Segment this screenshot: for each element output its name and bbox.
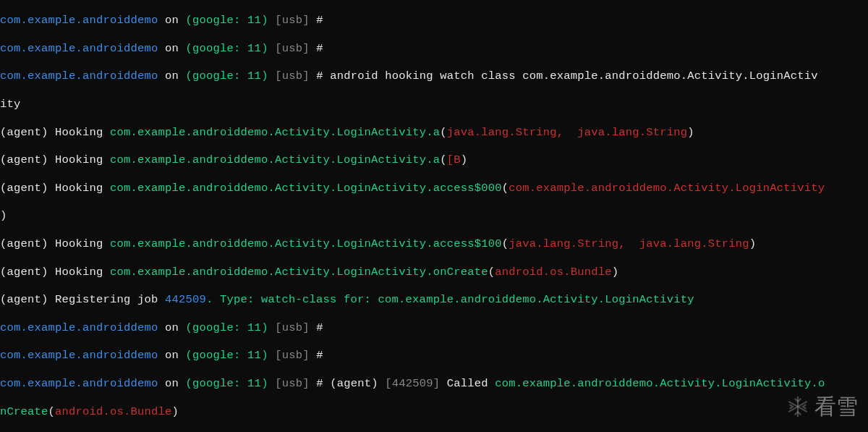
register-post: . Type: watch-class for: com.example.and… bbox=[206, 293, 694, 306]
params: [B bbox=[447, 153, 461, 166]
hook-line: (agent) Hooking com.example.androiddemo.… bbox=[0, 237, 868, 251]
platform-open: (google: bbox=[186, 14, 248, 27]
hook-line: (agent) Hooking com.example.androiddemo.… bbox=[0, 126, 868, 140]
platform-close: ) bbox=[261, 14, 268, 27]
register-pre: Registering job bbox=[55, 293, 165, 306]
job-id: 442509 bbox=[165, 293, 206, 306]
called-wrap: nCreate(android.os.Bundle) bbox=[0, 405, 868, 419]
method-a: .a bbox=[426, 126, 440, 139]
prompt-line: com.example.androiddemo on (google: 11) … bbox=[0, 14, 868, 27]
app-name: com.example.androiddemo bbox=[0, 14, 158, 27]
hooking-label: Hooking bbox=[55, 126, 103, 139]
agent-tag: (agent) bbox=[0, 126, 48, 139]
called-label: Called bbox=[447, 377, 488, 390]
hook-line: (agent) Hooking com.example.androiddemo.… bbox=[0, 153, 868, 167]
hook-line: (agent) Hooking com.example.androiddemo.… bbox=[0, 266, 868, 279]
trail-o: .o bbox=[811, 377, 825, 390]
usb-label: [usb] bbox=[275, 14, 310, 27]
hook-wrap: ) bbox=[0, 209, 868, 223]
register-line: (agent) Registering job 442509. Type: wa… bbox=[0, 293, 868, 307]
command-text: android hooking watch class com.example.… bbox=[330, 69, 818, 82]
platform-num: 11 bbox=[247, 14, 261, 27]
class-name: com.example.androiddemo.Activity.LoginAc… bbox=[110, 126, 426, 139]
command-line: com.example.androiddemo on (google: 11) … bbox=[0, 69, 868, 83]
params: com.example.androiddemo.Activity.LoginAc… bbox=[509, 182, 825, 195]
prompt-line: com.example.androiddemo on (google: 11) … bbox=[0, 42, 868, 56]
hook-line: (agent) Hooking com.example.androiddemo.… bbox=[0, 182, 868, 195]
hash: # bbox=[316, 14, 323, 27]
method-access100: .access$100 bbox=[426, 237, 502, 250]
oncreate-wrap: nCreate bbox=[0, 405, 48, 418]
prompt-line: com.example.androiddemo on (google: 11) … bbox=[0, 349, 868, 363]
terminal-output[interactable]: com.example.androiddemo on (google: 11) … bbox=[0, 0, 868, 432]
params: android.os.Bundle bbox=[495, 266, 612, 279]
command-wrap: ity bbox=[0, 98, 868, 111]
prompt-line: com.example.androiddemo on (google: 11) … bbox=[0, 321, 868, 335]
called-line: com.example.androiddemo on (google: 11) … bbox=[0, 377, 868, 391]
params: java.lang.String, java.lang.String bbox=[447, 126, 688, 139]
job-id-bracket: [442509] bbox=[385, 377, 440, 390]
method-access000: .access$000 bbox=[426, 182, 502, 195]
method-oncreate: .onCreate bbox=[426, 266, 488, 279]
on-label: on bbox=[165, 14, 179, 27]
